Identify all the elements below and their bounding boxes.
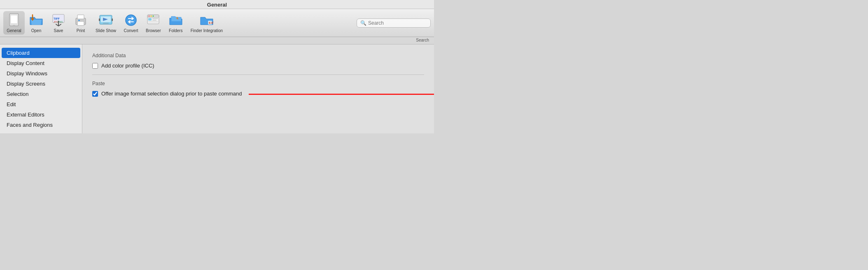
toolbar-item-save[interactable]: TIFF JPG PNG Save: [48, 11, 69, 35]
paste-label: Paste: [92, 81, 424, 86]
svg-rect-14: [99, 19, 100, 21]
toolbar-item-browser[interactable]: Browser: [142, 11, 164, 35]
toolbar-item-slideshow[interactable]: Slide Show: [92, 11, 119, 35]
main-content: Clipboard Display Content Display Window…: [0, 44, 434, 133]
svg-point-23: [149, 16, 150, 17]
svg-rect-9: [77, 21, 84, 26]
svg-point-24: [151, 16, 152, 17]
search-input[interactable]: [368, 20, 427, 26]
sidebar-item-external-editors[interactable]: External Editors: [0, 109, 82, 120]
svg-rect-10: [78, 20, 80, 21]
toolbar-label-print: Print: [77, 28, 85, 33]
svg-rect-15: [112, 19, 113, 21]
toolbar-item-open[interactable]: Open: [26, 11, 47, 35]
svg-rect-13: [103, 23, 109, 24]
sidebar-item-clipboard[interactable]: Clipboard: [2, 48, 80, 58]
additional-data-label: Additional Data: [92, 53, 424, 58]
print-icon: [73, 13, 88, 28]
toolbar-label-slideshow: Slide Show: [96, 28, 116, 33]
svg-text:TIFF: TIFF: [54, 17, 60, 20]
sidebar-item-faces-regions[interactable]: Faces and Regions: [0, 120, 82, 130]
svg-rect-19: [148, 18, 152, 21]
sidebar-item-edit[interactable]: Edit: [0, 99, 82, 109]
slideshow-icon: [98, 13, 113, 28]
sidebar-item-menu[interactable]: Menu: [0, 130, 82, 133]
search-box[interactable]: 🔍: [357, 19, 431, 28]
offer-image-format-checkbox[interactable]: [92, 91, 98, 97]
open-icon: [29, 13, 44, 28]
toolbar-label-finder: Finder Integration: [191, 28, 223, 33]
svg-text:EXT: EXT: [209, 21, 214, 25]
toolbar-label-convert: Convert: [124, 28, 138, 33]
offer-image-format-label[interactable]: Offer image format selection dialog prio…: [101, 91, 242, 97]
svg-rect-22: [148, 21, 158, 22]
toolbar-item-print[interactable]: Print: [70, 11, 91, 35]
section-divider: [92, 74, 424, 75]
search-label-bar: Search: [0, 37, 434, 44]
annotation-arrow: [249, 88, 434, 100]
add-color-profile-label[interactable]: Add color profile (ICC): [101, 63, 154, 69]
offer-image-format-row: Offer image format selection dialog prio…: [92, 91, 424, 97]
content-area: Additional Data Add color profile (ICC) …: [82, 44, 434, 133]
sidebar-item-display-content[interactable]: Display Content: [0, 58, 82, 68]
window-title: General: [207, 2, 227, 8]
toolbar-label-open: Open: [31, 28, 41, 33]
toolbar-item-folders[interactable]: Folders: [165, 11, 187, 35]
toolbar-item-general[interactable]: General: [3, 11, 25, 35]
add-color-profile-checkbox[interactable]: [92, 63, 98, 69]
search-label: Search: [416, 38, 429, 43]
svg-point-16: [126, 15, 136, 26]
finder-icon: EXT: [199, 13, 214, 28]
svg-rect-20: [152, 18, 158, 19]
toolbar-label-save: Save: [54, 28, 63, 33]
toolbar-label-browser: Browser: [146, 28, 161, 33]
folders-icon: [168, 13, 183, 28]
toolbar: General Open TIFF JPG PNG: [0, 9, 434, 37]
toolbar-item-convert[interactable]: Convert: [120, 11, 142, 35]
svg-rect-21: [152, 20, 156, 21]
general-icon: [7, 13, 21, 28]
sidebar-item-selection[interactable]: Selection: [0, 89, 82, 99]
sidebar-item-display-windows[interactable]: Display Windows: [0, 68, 82, 79]
title-bar: General: [0, 0, 434, 9]
search-icon: 🔍: [360, 20, 366, 26]
toolbar-item-finder[interactable]: EXT Finder Integration: [187, 11, 226, 35]
svg-point-25: [153, 16, 154, 17]
browser-icon: [146, 13, 161, 28]
toolbar-label-general: General: [7, 28, 21, 33]
toolbar-search-area: 🔍: [357, 19, 431, 28]
add-color-profile-row: Add color profile (ICC): [92, 63, 424, 69]
svg-rect-2: [13, 25, 15, 26]
toolbar-items: General Open TIFF JPG PNG: [3, 11, 357, 35]
svg-rect-8: [77, 15, 84, 19]
sidebar: Clipboard Display Content Display Window…: [0, 44, 82, 133]
toolbar-label-folders: Folders: [169, 28, 182, 33]
save-icon: TIFF JPG PNG: [51, 13, 66, 28]
svg-rect-1: [11, 15, 17, 23]
convert-icon: [124, 13, 138, 28]
sidebar-item-display-screens[interactable]: Display Screens: [0, 79, 82, 89]
